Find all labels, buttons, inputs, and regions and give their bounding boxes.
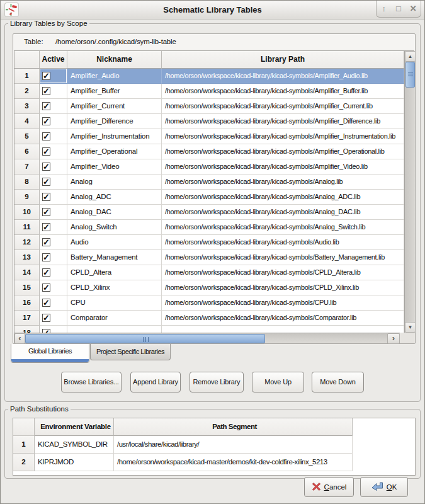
active-checkbox[interactable] <box>42 253 50 261</box>
row-number-label[interactable]: 11 <box>14 220 40 235</box>
active-cell[interactable] <box>40 280 67 295</box>
row-number-label[interactable]: 1 <box>14 69 40 84</box>
row-number-label[interactable]: 2 <box>14 84 40 99</box>
table-row[interactable]: 13 Battery_Management /home/orson/worksp… <box>14 250 404 265</box>
nickname-cell[interactable]: Amplifier_Buffer <box>67 84 162 99</box>
active-cell[interactable] <box>40 265 67 280</box>
cancel-button[interactable]: Cancel <box>304 477 354 497</box>
close-window-icon[interactable]: ✕ <box>407 3 419 15</box>
titlebar[interactable]: Schematic Library Tables ↑ □ ✕ <box>1 1 424 20</box>
row-number-label[interactable]: 4 <box>14 114 40 129</box>
table-row[interactable]: 4 Amplifier_Difference /home/orson/works… <box>14 114 404 129</box>
column-header-library-path[interactable]: Library Path <box>162 51 404 69</box>
environment-variable-cell[interactable]: KICAD_SYMBOL_DIR <box>35 436 114 454</box>
active-checkbox[interactable] <box>42 193 50 201</box>
active-cell[interactable] <box>40 295 67 311</box>
remove-library-button[interactable]: Remove Library <box>190 372 244 392</box>
nickname-cell[interactable]: Analog_DAC <box>67 205 162 220</box>
row-number-label[interactable]: 12 <box>14 235 40 250</box>
row-number-label[interactable]: 13 <box>14 250 40 265</box>
library-path-cell[interactable]: /home/orson/workspace/kicad-library/kica… <box>162 205 404 220</box>
row-number-label[interactable]: 17 <box>14 311 40 326</box>
nickname-cell[interactable]: Amplifier_Current <box>67 99 162 114</box>
active-cell[interactable] <box>40 114 67 129</box>
table-row[interactable]: 8 Analog /home/orson/workspace/kicad-lib… <box>14 175 404 190</box>
library-path-cell[interactable]: /home/orson/workspace/kicad-library/kica… <box>162 295 404 311</box>
library-path-cell[interactable]: /home/orson/workspace/kicad-library/kica… <box>162 265 404 280</box>
active-cell[interactable] <box>40 129 67 144</box>
table-row[interactable]: 11 Analog_Switch /home/orson/workspace/k… <box>14 220 404 235</box>
table-row[interactable]: 12 Audio /home/orson/workspace/kicad-lib… <box>14 235 404 250</box>
active-cell[interactable] <box>40 205 67 220</box>
table-row[interactable]: 7 Amplifier_Video /home/orson/workspace/… <box>14 159 404 175</box>
active-cell[interactable] <box>40 84 67 99</box>
vertical-scrollbar-thumb[interactable] <box>405 62 415 88</box>
tab-project-specific-libraries[interactable]: Project Specific Libraries <box>90 344 171 360</box>
active-cell[interactable] <box>40 250 67 265</box>
active-checkbox[interactable] <box>42 163 50 171</box>
path-segment-cell[interactable]: /usr/local/share/kicad/library/ <box>114 436 353 454</box>
move-up-button[interactable]: Move Up <box>252 372 304 392</box>
active-checkbox[interactable] <box>42 208 50 216</box>
library-path-cell[interactable]: /home/orson/workspace/kicad-library/kica… <box>162 250 404 265</box>
active-cell[interactable] <box>40 175 67 190</box>
table-row[interactable]: 2 KIPRJMOD /home/orson/workspace/kicad-m… <box>13 454 353 471</box>
nickname-cell[interactable]: Audio <box>67 235 162 250</box>
table-row[interactable]: 15 CPLD_Xilinx /home/orson/workspace/kic… <box>14 280 404 295</box>
nickname-cell[interactable]: CPLD_Altera <box>67 265 162 280</box>
nickname-cell[interactable]: Amplifier_Audio <box>67 69 162 84</box>
scroll-left-icon[interactable]: ‹ <box>14 333 25 344</box>
nickname-cell[interactable]: CPU <box>67 295 162 311</box>
table-row[interactable]: 6 Amplifier_Operational /home/orson/work… <box>14 144 404 159</box>
row-number-label[interactable]: 7 <box>14 159 40 175</box>
corner-header-cell[interactable] <box>13 418 35 436</box>
row-number-label[interactable]: 2 <box>13 454 35 471</box>
scroll-down-icon[interactable]: ▾ <box>405 322 416 333</box>
active-checkbox[interactable] <box>42 268 50 277</box>
active-checkbox[interactable] <box>42 299 50 307</box>
row-number-label[interactable]: 9 <box>14 190 40 205</box>
active-cell[interactable] <box>40 326 67 333</box>
table-row[interactable]: 5 Amplifier_Instrumentation /home/orson/… <box>14 129 404 144</box>
library-path-cell[interactable]: /home/orson/workspace/kicad-library/kica… <box>162 159 404 175</box>
vertical-scrollbar[interactable]: ▴ ▾ <box>404 51 415 333</box>
environment-variable-cell[interactable]: KIPRJMOD <box>35 454 114 471</box>
active-checkbox[interactable] <box>42 147 50 156</box>
column-header-path-segment[interactable]: Path Segment <box>114 418 353 436</box>
shade-window-icon[interactable]: ↑ <box>378 3 390 15</box>
row-number-label[interactable]: 1 <box>13 436 35 454</box>
horizontal-scrollbar[interactable]: ‹ › <box>14 333 400 343</box>
active-cell[interactable] <box>40 99 67 114</box>
library-path-cell[interactable]: /home/orson/workspace/kicad-library/kica… <box>162 144 404 159</box>
library-path-cell[interactable]: /home/orson/workspace/kicad-library/kica… <box>162 311 404 326</box>
move-down-button[interactable]: Move Down <box>312 372 364 392</box>
horizontal-scrollbar-thumb[interactable] <box>25 334 265 343</box>
column-header-nickname[interactable]: Nickname <box>67 51 162 69</box>
library-path-cell[interactable] <box>162 326 404 333</box>
browse-libraries-button[interactable]: Browse Libraries... <box>61 372 122 392</box>
table-row[interactable]: 10 Analog_DAC /home/orson/workspace/kica… <box>14 205 404 220</box>
nickname-cell[interactable] <box>67 326 162 333</box>
library-path-cell[interactable]: /home/orson/workspace/kicad-library/kica… <box>162 129 404 144</box>
tab-global-libraries[interactable]: Global Libraries <box>11 344 89 363</box>
row-number-label[interactable]: 3 <box>14 99 40 114</box>
active-cell[interactable] <box>40 190 67 205</box>
active-checkbox[interactable] <box>42 223 50 231</box>
active-cell[interactable] <box>40 159 67 175</box>
table-row[interactable]: 1 Amplifier_Audio /home/orson/workspace/… <box>14 69 404 84</box>
maximize-window-icon[interactable]: □ <box>392 3 405 15</box>
row-number-label[interactable]: 8 <box>14 175 40 190</box>
table-row[interactable]: 9 Analog_ADC /home/orson/workspace/kicad… <box>14 190 404 205</box>
active-checkbox[interactable] <box>42 314 50 322</box>
active-checkbox[interactable] <box>42 132 50 140</box>
nickname-cell[interactable]: CPLD_Xilinx <box>67 280 162 295</box>
row-number-label[interactable]: 14 <box>14 265 40 280</box>
nickname-cell[interactable]: Amplifier_Instrumentation <box>67 129 162 144</box>
library-path-cell[interactable]: /home/orson/workspace/kicad-library/kica… <box>162 280 404 295</box>
library-path-cell[interactable]: /home/orson/workspace/kicad-library/kica… <box>162 69 404 84</box>
active-cell[interactable] <box>40 235 67 250</box>
table-row[interactable]: 1 KICAD_SYMBOL_DIR /usr/local/share/kica… <box>13 436 353 454</box>
active-checkbox[interactable] <box>42 72 50 80</box>
active-cell[interactable] <box>40 69 67 84</box>
table-row[interactable]: 17 Comparator /home/orson/workspace/kica… <box>14 311 404 326</box>
